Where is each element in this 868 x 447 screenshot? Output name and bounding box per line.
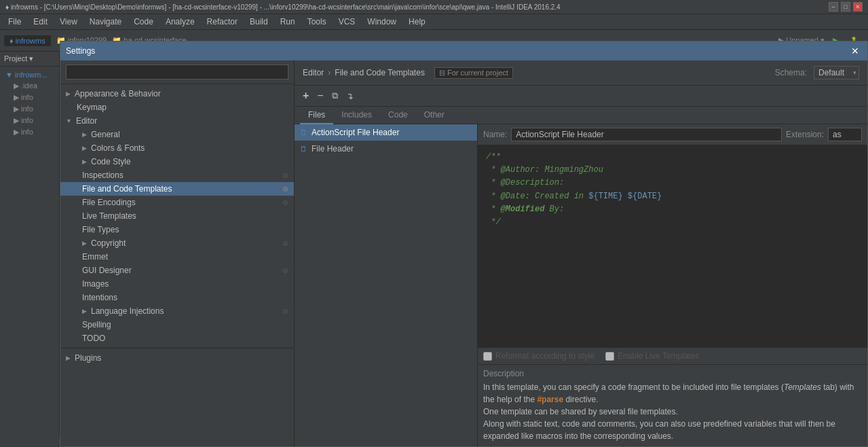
menu-window[interactable]: Window (362, 16, 402, 28)
nav-file-types-label: File Types (82, 225, 119, 234)
name-label: Name: (483, 130, 507, 139)
code-line-1: /** (486, 151, 859, 164)
nav-language-injections[interactable]: ▶ Language Injections ⚙ (60, 304, 294, 318)
settings-close-btn[interactable]: ✕ (848, 44, 862, 58)
search-input[interactable] (66, 65, 288, 79)
add-template-btn[interactable]: + (300, 88, 312, 103)
project-info1[interactable]: ▶ info (3, 92, 56, 103)
template-name-actionscript: ActionScript File Header (312, 128, 399, 137)
code-line-4: * @Date: Created in ${TIME} ${DATE} (486, 190, 859, 203)
remove-template-btn[interactable]: − (314, 88, 326, 103)
close-btn[interactable]: ✕ (853, 2, 863, 12)
nav-general-label: General (91, 130, 120, 139)
nav-intentions[interactable]: Intentions (60, 291, 294, 304)
nav-inspections[interactable]: Inspections ⚙ (60, 168, 294, 182)
nav-gui-designer-label: GUI Designer (82, 266, 132, 275)
nav-general[interactable]: ▶ General (60, 128, 294, 141)
lang-inject-chevron-icon: ▶ (82, 308, 87, 315)
project-info3[interactable]: ▶ info (3, 115, 56, 126)
project-sidebar: Project ▾ ▼ infrowm... ▶ .idea ▶ info ▶ … (0, 52, 60, 437)
nav-images-label: Images (82, 279, 109, 289)
schema-label: Schema: (775, 68, 807, 77)
search-box[interactable] (60, 60, 294, 84)
menu-vcs[interactable]: VCS (333, 16, 361, 28)
nav-spelling[interactable]: Spelling (60, 318, 294, 332)
breadcrumb-file-templates: File and Code Templates (335, 68, 425, 77)
nav-images[interactable]: Images (60, 277, 294, 291)
chevron-right-icon: ▶ (66, 90, 71, 97)
menu-analyze[interactable]: Analyze (160, 16, 200, 28)
schema-wrapper[interactable]: Default Project ▾ (814, 66, 859, 79)
project-idea[interactable]: ▶ .idea (3, 80, 56, 92)
template-icon-file-header: 🗒 (300, 145, 307, 153)
copy-down-btn[interactable]: ↴ (343, 90, 356, 103)
menu-view[interactable]: View (54, 16, 83, 28)
tab-includes[interactable]: Includes (333, 107, 380, 124)
tab-files[interactable]: Files (300, 107, 333, 124)
template-item-file-header[interactable]: 🗒 File Header (295, 141, 477, 157)
project-header: Project ▾ (0, 52, 59, 67)
maximize-btn[interactable]: □ (841, 2, 850, 12)
nav-plugins[interactable]: ▶ Plugins (60, 351, 294, 365)
file-encodings-icon: ⚙ (282, 199, 288, 207)
nav-appearance[interactable]: ▶ Appearance & Behavior (60, 87, 294, 101)
project-info4[interactable]: ▶ info (3, 126, 56, 138)
nav-todo[interactable]: TODO (60, 332, 294, 345)
settings-body: ▶ Appearance & Behavior Keymap ▼ Editor (60, 60, 867, 437)
template-area: 🗒 ActionScript File Header 🗒 File Header… (295, 124, 867, 437)
nav-keymap[interactable]: Keymap (60, 101, 294, 114)
nav-file-types[interactable]: File Types (60, 223, 294, 236)
reformat-checkbox[interactable] (483, 352, 492, 361)
menu-edit[interactable]: Edit (28, 16, 53, 28)
nav-live-templates[interactable]: Live Templates (60, 209, 294, 223)
project-info2[interactable]: ▶ info (3, 103, 56, 115)
nav-intentions-label: Intentions (82, 293, 117, 302)
menu-navigate[interactable]: Navigate (84, 16, 127, 28)
toolbar-left: + − ⧉ ↴ (300, 88, 356, 103)
window-controls[interactable]: − □ ✕ (829, 2, 863, 12)
nav-colors-fonts[interactable]: ▶ Colors & Fonts (60, 141, 294, 155)
nav-copyright[interactable]: ▶ Copyright ⚙ (60, 236, 294, 250)
tab-other[interactable]: Other (416, 107, 453, 124)
nav-editor[interactable]: ▼ Editor (60, 114, 294, 128)
nav-codestyle-label: Code Style (91, 157, 131, 166)
nav-keymap-label: Keymap (77, 103, 107, 112)
settings-title: Settings (66, 46, 95, 56)
copy-template-btn[interactable]: ⧉ (329, 89, 341, 103)
menu-run[interactable]: Run (275, 16, 301, 28)
schema-select[interactable]: Default Project (814, 66, 859, 79)
code-editor[interactable]: /** * @Author: MingmingZhou * @Descripti… (478, 145, 867, 347)
nav-gui-designer[interactable]: GUI Designer ⚙ (60, 264, 294, 277)
editor-footer: Reformat according to style Enable Live … (478, 347, 867, 364)
menu-build[interactable]: Build (244, 16, 273, 28)
template-editor: Name: Extension: /** * @Author: Mingming… (478, 124, 867, 437)
menu-file[interactable]: File (3, 16, 26, 28)
copyright-icon: ⚙ (282, 240, 288, 247)
description-title: Description (483, 369, 862, 378)
file-templates-icon: ⚙ (282, 185, 288, 193)
menu-refactor[interactable]: Refactor (202, 16, 243, 28)
nav-file-code-templates[interactable]: File and Code Templates ⚙ (60, 182, 294, 196)
template-icon-actionscript: 🗒 (300, 128, 307, 137)
menu-help[interactable]: Help (403, 16, 431, 28)
menu-code[interactable]: Code (128, 16, 159, 28)
nav-spelling-label: Spelling (82, 320, 111, 329)
general-chevron-icon: ▶ (82, 131, 87, 138)
tab-code[interactable]: Code (380, 107, 416, 124)
nav-code-style[interactable]: ▶ Code Style (60, 155, 294, 168)
name-input[interactable] (511, 128, 782, 141)
content-header: Editor › File and Code Templates ⊟ For c… (295, 60, 867, 86)
nav-file-encodings[interactable]: File Encodings ⚙ (60, 196, 294, 209)
nav-colors-label: Colors & Fonts (91, 143, 145, 153)
nav-live-templates-label: Live Templates (82, 211, 136, 221)
gui-designer-icon: ⚙ (282, 267, 288, 274)
minimize-btn[interactable]: − (829, 2, 838, 12)
live-templates-checkbox[interactable] (605, 352, 614, 361)
nav-emmet[interactable]: Emmet (60, 250, 294, 264)
project-root[interactable]: ▼ infrowm... (3, 69, 56, 80)
menu-tools[interactable]: Tools (302, 16, 332, 28)
codestyle-chevron-icon: ▶ (82, 158, 87, 165)
extension-input[interactable] (828, 128, 862, 141)
nav-emmet-label: Emmet (82, 252, 108, 262)
template-item-actionscript[interactable]: 🗒 ActionScript File Header (295, 124, 477, 141)
